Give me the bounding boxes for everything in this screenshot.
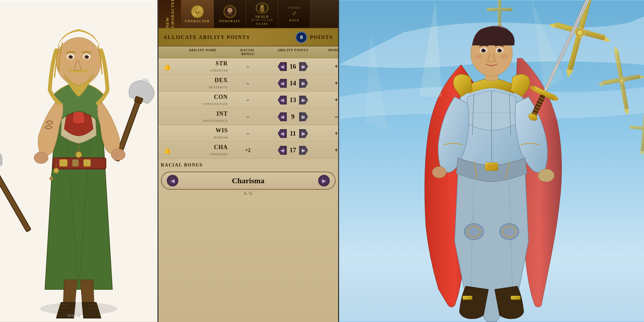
str-name-cell: STR STRENGTH <box>174 60 232 73</box>
int-points-cell: ◀ 9 ▶ <box>264 112 322 121</box>
svg-point-60 <box>538 169 554 182</box>
th-ability-name: ABILITY NAME <box>174 48 232 56</box>
svg-point-32 <box>227 8 232 13</box>
str-abbr: STR <box>174 60 228 67</box>
svg-point-34 <box>261 6 263 8</box>
tab-character[interactable]: CHARACTER <box>181 0 214 28</box>
svg-point-26 <box>50 177 53 181</box>
str-points-cell: ◀ 16 ▶ <box>264 62 322 71</box>
right-character-svg <box>339 0 644 322</box>
tab-race[interactable]: HUMAN ♂ RACE <box>278 0 310 28</box>
tab-class[interactable]: SKALD HUNT CALLER CLASS <box>246 0 278 28</box>
svg-point-15 <box>56 37 101 86</box>
cha-name-cell: CHA CHARISMA <box>174 144 232 156</box>
table-headers: ABILITY NAME RACIALBONUS ABILITY POINTS … <box>158 46 338 58</box>
wis-abbr: WIS <box>174 127 228 134</box>
dex-decrease-button[interactable]: ◀ <box>278 79 287 88</box>
cha-modifier: +3 <box>322 147 338 154</box>
wis-full: WISDOM <box>214 136 228 139</box>
race-tab-label: RACE <box>289 19 299 22</box>
dex-full: DEXTERITY <box>209 86 228 89</box>
svg-point-57 <box>500 49 501 50</box>
allocate-header: ALLOCATE ABILITY POINTS 0 POINTS <box>158 29 338 46</box>
str-decrease-button[interactable]: ◀ <box>278 62 287 71</box>
svg-point-75 <box>432 166 446 178</box>
int-decrease-button[interactable]: ◀ <box>278 112 287 121</box>
svg-rect-73 <box>463 296 472 300</box>
ability-row-wis: WIS WISDOM – ◀ 11 ▶ +0 <box>158 125 338 142</box>
class-tab-info: SKALD HUNT CALLER CLASS <box>251 15 273 25</box>
cha-increase-button[interactable]: ▶ <box>299 146 308 155</box>
right-panel <box>339 0 644 322</box>
int-value: 9 <box>288 113 298 120</box>
th-modifier: MODIFIER <box>322 48 338 56</box>
svg-point-22 <box>71 55 72 56</box>
class-tab-sublabel: HUNT CALLER <box>251 18 273 22</box>
cha-points-cell: ◀ 17 ▶ <box>264 146 322 155</box>
wis-name-cell: WIS WISDOM <box>174 127 232 140</box>
points-badge: 0 POINTS <box>296 32 333 43</box>
svg-rect-74 <box>511 296 520 300</box>
dex-racial-bonus: – <box>232 80 264 86</box>
racial-count: 6 / 6 <box>161 191 336 196</box>
allocate-title: ALLOCATE ABILITY POINTS <box>164 34 296 40</box>
ability-row-dex: DEX DEXTERITY – ◀ 14 ▶ +2 <box>158 75 338 92</box>
int-abbr: INT <box>174 110 228 117</box>
racial-bonus-section: RACIAL BONUS ◀ Charisma ▶ 6 / 6 <box>158 159 338 199</box>
portrait-tab-icon <box>223 5 236 18</box>
svg-point-59 <box>500 54 508 59</box>
svg-point-58 <box>475 54 483 59</box>
str-thumb-icon: 👍 <box>161 63 174 71</box>
con-abbr: CON <box>174 94 228 100</box>
int-modifier: –1 <box>322 113 338 120</box>
race-tab-sublabel: HUMAN <box>289 6 300 9</box>
class-tab-name: SKALD <box>255 15 269 18</box>
svg-point-24 <box>53 168 59 173</box>
wis-value: 11 <box>288 130 298 137</box>
new-character-label: NEW CHARACTER <box>158 0 181 28</box>
class-tab-icon <box>256 3 269 14</box>
racial-selector: ◀ Charisma ▶ <box>161 172 336 190</box>
svg-rect-9 <box>83 159 90 166</box>
th-icon <box>161 48 174 56</box>
con-modifier: +1 <box>322 96 338 104</box>
header-tabs: NEW CHARACTER CHARACTER <box>158 0 338 29</box>
svg-rect-8 <box>72 159 79 166</box>
con-full: CONSTITUTION <box>203 102 228 106</box>
content-area: ALLOCATE ABILITY POINTS 0 POINTS ABILITY… <box>158 29 338 322</box>
str-modifier: +3 <box>322 63 338 70</box>
wis-decrease-button[interactable]: ◀ <box>278 129 287 138</box>
svg-rect-7 <box>59 159 67 166</box>
ability-row-cha: 👍 CHA CHARISMA +2 ◀ 17 ▶ +3 <box>158 142 338 159</box>
left-character-svg: WAP.14 <box>0 0 157 322</box>
tab-portrait[interactable]: PORTRAIT <box>214 0 246 28</box>
svg-point-12 <box>34 152 48 164</box>
cha-full: CHARISMA <box>210 153 228 156</box>
svg-point-13 <box>111 149 125 160</box>
con-value: 13 <box>288 96 298 104</box>
ability-row-str: 👍 STR STRENGTH – ◀ 16 ▶ +3 <box>158 58 338 75</box>
con-increase-button[interactable]: ▶ <box>299 96 308 105</box>
cha-value: 17 <box>288 147 298 154</box>
points-circle: 0 <box>296 32 307 43</box>
svg-rect-46 <box>498 0 501 29</box>
dex-increase-button[interactable]: ▶ <box>299 79 308 88</box>
cha-racial-bonus: +2 <box>232 147 264 153</box>
dex-abbr: DEX <box>174 77 228 84</box>
wis-increase-button[interactable]: ▶ <box>299 129 308 138</box>
con-decrease-button[interactable]: ◀ <box>278 96 287 105</box>
int-increase-button[interactable]: ▶ <box>299 112 308 121</box>
ability-row-int: INT INTELLIGENCE – ◀ 9 ▶ –1 <box>158 109 338 125</box>
con-points-cell: ◀ 13 ▶ <box>264 96 322 105</box>
th-racial-bonus: RACIALBONUS <box>232 48 264 56</box>
str-increase-button[interactable]: ▶ <box>299 62 308 71</box>
cha-decrease-button[interactable]: ◀ <box>278 146 287 155</box>
wis-racial-bonus: – <box>232 131 264 137</box>
race-tab-info: HUMAN ♂ RACE <box>289 6 300 22</box>
svg-point-30 <box>196 10 199 12</box>
dex-name-cell: DEX DEXTERITY <box>174 77 232 90</box>
racial-prev-button[interactable]: ◀ <box>167 175 178 186</box>
gender-icon: ♂ <box>291 9 297 18</box>
racial-next-button[interactable]: ▶ <box>318 175 330 186</box>
int-full: INTELLIGENCE <box>203 119 228 122</box>
